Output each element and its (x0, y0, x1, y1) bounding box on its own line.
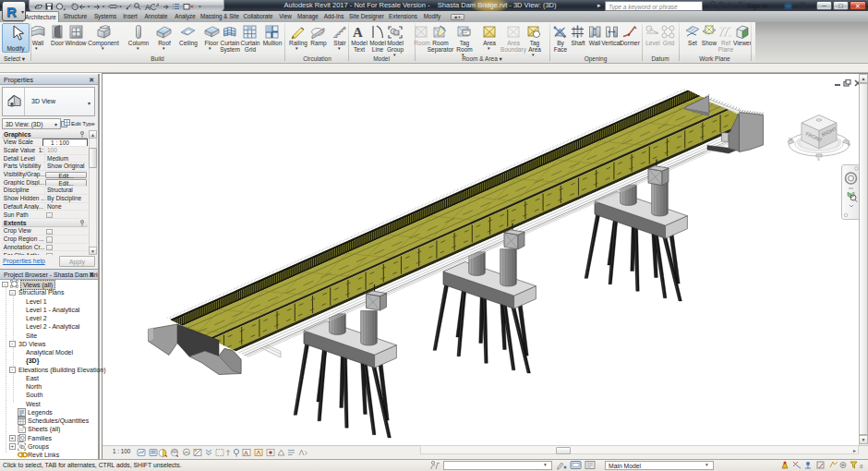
svg-text:A: A (353, 25, 363, 40)
svg-text:A: A (145, 2, 151, 11)
svg-text:Sign In: Sign In (747, 3, 767, 10)
svg-text::0: :0 (859, 464, 862, 469)
svg-text:?: ? (801, 3, 804, 9)
